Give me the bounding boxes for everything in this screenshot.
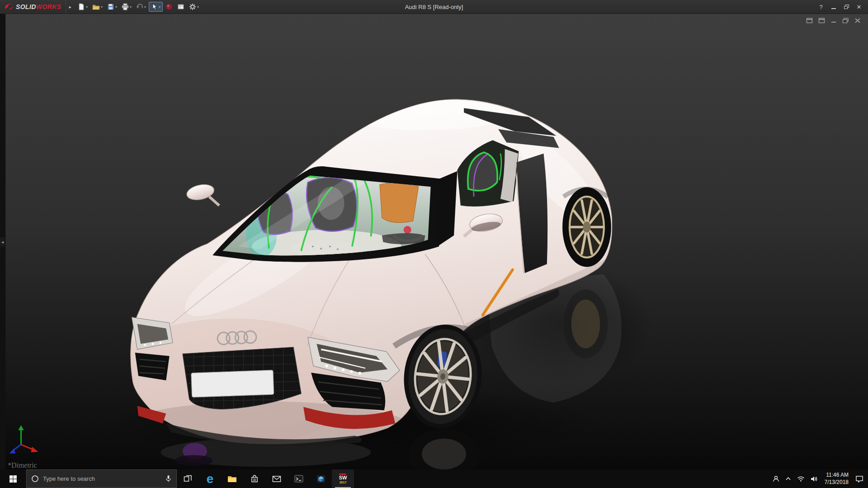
hidden-icons-chevron-icon[interactable] — [785, 477, 791, 481]
edge-button[interactable]: e — [199, 469, 221, 488]
taskbar-clock[interactable]: 11:46 AM 7/13/2018 — [824, 472, 849, 486]
window-title: Audi R8 S [Read-only] — [405, 4, 463, 10]
dropdown-caret[interactable]: ▾ — [86, 5, 88, 9]
start-button[interactable] — [0, 469, 26, 488]
window-controls: ? ✕ — [815, 0, 868, 14]
drawing-sheet-icon — [177, 3, 184, 10]
view-orientation-label: *Dimetric — [8, 461, 37, 469]
restore-icon — [844, 5, 849, 9]
print-button[interactable]: ▾ — [120, 2, 133, 11]
solidworks-icon: SW 2017 — [339, 474, 347, 484]
taskbar-search[interactable] — [26, 469, 177, 488]
new-document-button[interactable]: ▾ — [76, 2, 90, 11]
command-prompt-icon — [294, 475, 303, 483]
new-document-icon — [78, 3, 85, 10]
store-icon — [250, 474, 259, 483]
people-icon[interactable] — [773, 475, 779, 482]
brand-works: WORKS — [36, 3, 61, 10]
window-icon[interactable] — [818, 18, 825, 23]
search-input[interactable] — [43, 475, 161, 482]
ds-logo-icon — [4, 3, 14, 11]
microphone-icon[interactable] — [165, 475, 172, 483]
solidworks-taskbar-button[interactable]: SW 2017 — [332, 469, 354, 488]
mail-button[interactable] — [265, 469, 288, 488]
undo-icon — [136, 3, 143, 10]
dropdown-caret[interactable]: ▾ — [144, 5, 146, 9]
close-button[interactable]: ✕ — [853, 0, 865, 14]
task-view-button[interactable] — [177, 469, 199, 488]
minimize-document-icon[interactable] — [830, 18, 837, 23]
dropdown-caret[interactable]: ▾ — [197, 5, 199, 9]
select-arrow-icon — [151, 3, 158, 10]
store-button[interactable] — [243, 469, 265, 488]
solidworks-label: SW — [339, 475, 347, 480]
file-explorer-icon — [227, 475, 237, 483]
menu-flyout-arrow[interactable]: ▸ — [66, 4, 76, 10]
panel-expand-arrow[interactable]: ◄ — [0, 237, 5, 247]
appearance-button[interactable] — [164, 2, 175, 11]
action-center-icon[interactable] — [855, 475, 863, 483]
license-plate — [191, 370, 274, 397]
dropdown-caret[interactable]: ▾ — [130, 5, 132, 9]
save-icon — [107, 3, 114, 10]
network-icon[interactable] — [797, 476, 805, 482]
options-gear-icon — [189, 3, 196, 10]
close-document-icon[interactable] — [854, 18, 861, 23]
cube-app-icon — [316, 475, 326, 483]
undo-button[interactable]: ▾ — [134, 2, 148, 11]
dropdown-caret[interactable]: ▾ — [101, 5, 103, 9]
help-button[interactable]: ? — [815, 0, 827, 14]
edge-icon: e — [207, 473, 214, 485]
clock-time: 11:46 AM — [825, 472, 849, 479]
appearance-sphere-icon — [165, 3, 173, 10]
quick-toolbar: ▾ ▾ ▾ ▾ — [76, 0, 201, 14]
cortana-icon — [31, 475, 39, 483]
taskbar: e — [0, 469, 868, 488]
titlebar: SOLIDWORKS ▸ ▾ ▾ ▾ — [0, 0, 868, 14]
rear-wheel — [562, 187, 611, 267]
minimize-button[interactable] — [827, 0, 840, 14]
graphics-area[interactable]: *Dimetric ◄ — [0, 14, 868, 469]
brand-solid: SOLID — [16, 3, 36, 10]
restore-button[interactable] — [840, 0, 853, 14]
dropdown-caret[interactable]: ▾ — [115, 5, 117, 9]
print-icon — [122, 3, 129, 10]
file-explorer-button[interactable] — [221, 469, 243, 488]
clock-date: 7/13/2018 — [825, 479, 849, 486]
document-window-controls — [806, 18, 861, 23]
options-button[interactable]: ▾ — [187, 2, 201, 11]
save-button[interactable]: ▾ — [105, 2, 119, 11]
command-prompt-button[interactable] — [288, 469, 310, 488]
solidworks-year-badge: 2017 — [340, 481, 347, 484]
left-air-intake — [135, 353, 170, 380]
model-scene: *Dimetric — [0, 14, 868, 469]
solidworks-logo: SOLIDWORKS — [0, 0, 66, 14]
cube-app-button[interactable] — [310, 469, 332, 488]
window-icon[interactable] — [806, 18, 813, 23]
mail-icon — [272, 475, 281, 483]
restore-document-icon[interactable] — [842, 18, 849, 23]
dropdown-caret[interactable]: ▾ — [159, 5, 160, 9]
windows-logo-icon — [9, 475, 17, 483]
task-view-icon — [184, 474, 192, 483]
volume-icon[interactable] — [811, 476, 818, 482]
open-button[interactable]: ▾ — [90, 2, 104, 11]
open-folder-icon — [92, 3, 100, 10]
brand-text: SOLIDWORKS — [16, 3, 61, 10]
system-tray: 11:46 AM 7/13/2018 — [773, 469, 868, 488]
minimize-icon — [831, 8, 836, 9]
select-tool-button[interactable]: ▾ — [149, 2, 163, 12]
drawing-sheet-button[interactable] — [175, 2, 186, 11]
